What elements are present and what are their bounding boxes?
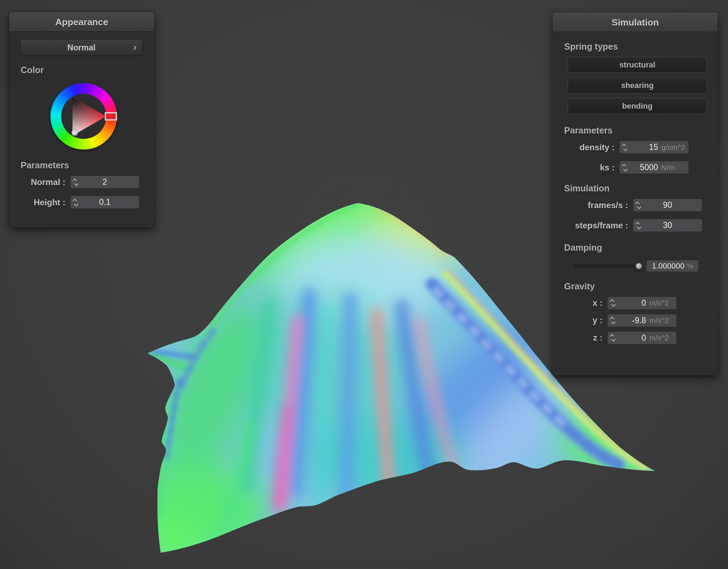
gravity-x-spinbox[interactable]: 0 m/s^2 <box>607 297 677 310</box>
appearance-panel-title: Appearance <box>9 12 154 32</box>
spinner-up-down-icon[interactable] <box>607 334 617 342</box>
damping-slider-knob[interactable] <box>634 261 643 271</box>
gravity-x-unit: m/s^2 <box>646 299 676 307</box>
spinner-up-down-icon[interactable] <box>633 222 643 229</box>
structural-button[interactable]: structural <box>568 57 707 73</box>
gravity-z-row: z : 0 m/s^2 <box>564 331 718 344</box>
steps-per-frame-value: 30 <box>643 221 702 230</box>
steps-per-frame-row: steps/frame : 30 <box>564 219 718 232</box>
spinner-up-down-icon[interactable] <box>620 143 630 151</box>
gravity-z-label: z : <box>564 333 603 343</box>
ks-parameter-row: ks : 5000 N/m <box>564 161 718 174</box>
hue-selector[interactable] <box>106 113 117 120</box>
frames-per-second-spinbox[interactable]: 90 <box>633 199 702 212</box>
gravity-x-value: 0 <box>617 298 646 308</box>
gravity-x-label: x : <box>564 298 603 308</box>
chevron-right-icon: › <box>133 40 136 55</box>
spinner-up-down-icon[interactable] <box>70 178 80 186</box>
spring-types-heading: Spring types <box>564 42 718 52</box>
height-label: Height : <box>21 197 65 207</box>
density-spinbox[interactable]: 15 g/cm^2 <box>619 141 689 154</box>
color-wheel[interactable] <box>50 83 117 150</box>
density-value: 15 <box>630 142 658 152</box>
shearing-button[interactable]: shearing <box>568 77 707 93</box>
gravity-y-spinbox[interactable]: -9.8 m/s^2 <box>607 314 677 327</box>
shader-dropdown[interactable]: Normal › <box>20 39 143 56</box>
ks-label: ks : <box>564 163 615 173</box>
damping-row: 1.000000 % <box>573 260 718 272</box>
spinner-up-down-icon[interactable] <box>620 164 630 172</box>
damping-value: 1.000000 <box>652 261 685 271</box>
height-value: 0.1 <box>80 197 139 207</box>
damping-heading: Damping <box>564 243 718 253</box>
ks-value: 5000 <box>630 163 658 172</box>
damping-slider-track[interactable] <box>573 265 640 268</box>
damping-slider[interactable] <box>573 261 640 271</box>
normal-spinbox[interactable]: 2 <box>70 175 140 189</box>
steps-per-frame-spinbox[interactable]: 30 <box>633 219 702 232</box>
appearance-parameters-heading: Parameters <box>21 160 154 170</box>
normal-label: Normal : <box>21 177 65 187</box>
frames-per-second-row: frames/s : 90 <box>564 199 718 212</box>
gravity-y-label: y : <box>564 315 603 325</box>
simulation-panel-title: Simulation <box>553 12 718 32</box>
simulation-panel: Simulation Spring types structural shear… <box>553 12 718 375</box>
gravity-y-value: -9.8 <box>617 316 646 325</box>
ks-spinbox[interactable]: 5000 N/m <box>619 161 689 174</box>
bending-button[interactable]: bending <box>568 98 707 114</box>
frames-per-second-value: 90 <box>643 200 702 210</box>
height-spinbox[interactable]: 0.1 <box>70 196 140 209</box>
spinner-up-down-icon[interactable] <box>607 299 617 307</box>
gravity-z-unit: m/s^2 <box>646 334 676 342</box>
spinner-up-down-icon[interactable] <box>70 199 80 206</box>
frames-per-second-label: frames/s : <box>564 200 628 210</box>
ks-unit: N/m <box>658 163 689 172</box>
gravity-y-unit: m/s^2 <box>646 316 676 325</box>
parameters-heading: Parameters <box>564 125 718 136</box>
gravity-z-spinbox[interactable]: 0 m/s^2 <box>607 331 677 345</box>
gravity-z-value: 0 <box>617 333 646 343</box>
height-parameter-row: Height : 0.1 <box>21 196 154 209</box>
simulation-section-heading: Simulation <box>564 183 718 194</box>
density-label: density : <box>564 142 615 152</box>
normal-parameter-row: Normal : 2 <box>21 175 154 189</box>
hsv-triangle[interactable] <box>50 83 117 150</box>
density-parameter-row: density : 15 g/cm^2 <box>564 141 718 154</box>
normal-value: 2 <box>80 177 139 187</box>
density-unit: g/cm^2 <box>658 143 689 152</box>
color-section-heading: Color <box>21 65 154 75</box>
steps-per-frame-label: steps/frame : <box>564 221 628 231</box>
shader-dropdown-label: Normal <box>67 43 95 52</box>
spinner-up-down-icon[interactable] <box>633 201 643 209</box>
gravity-heading: Gravity <box>564 281 718 292</box>
appearance-panel: Appearance Normal › Color Parameters Nor… <box>9 12 154 227</box>
spinner-up-down-icon[interactable] <box>607 316 617 324</box>
gravity-x-row: x : 0 m/s^2 <box>564 297 718 309</box>
damping-value-box[interactable]: 1.000000 % <box>646 260 699 272</box>
gravity-y-row: y : -9.8 m/s^2 <box>564 314 718 327</box>
damping-unit: % <box>687 262 693 270</box>
